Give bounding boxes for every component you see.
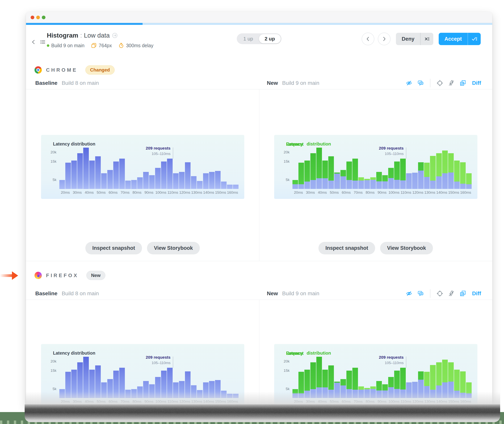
histogram-column — [179, 354, 184, 398]
histogram-bar — [89, 161, 95, 189]
diff-icon[interactable] — [460, 80, 466, 86]
toggle-2up[interactable]: 2 up — [259, 34, 281, 43]
x-tick-label: 120ms — [179, 190, 190, 195]
component-name: Histogram — [47, 32, 78, 39]
prev-change-button[interactable] — [362, 33, 374, 45]
back-icon[interactable] — [30, 39, 37, 45]
histogram-bar — [203, 173, 209, 189]
diff-label[interactable]: Diff — [472, 80, 481, 86]
chrome-icon — [35, 66, 42, 74]
focus-icon[interactable] — [436, 290, 443, 297]
story-list-icon[interactable] — [39, 39, 46, 45]
highlight-off-icon[interactable] — [448, 80, 455, 86]
accept-button[interactable]: Accept — [439, 33, 481, 45]
diff-icon[interactable] — [460, 290, 466, 297]
open-story-icon[interactable] — [111, 32, 118, 39]
y-tick-label: 20k — [41, 150, 56, 154]
x-tick-label: 90ms — [378, 190, 387, 195]
next-change-button[interactable] — [378, 33, 391, 45]
inspect-snapshot-button[interactable]: Inspect snapshot — [319, 242, 375, 254]
x-tick-label: 130ms — [424, 190, 435, 195]
highlight-off-icon[interactable] — [448, 290, 455, 297]
histogram-bar — [161, 162, 167, 189]
diff-label[interactable]: Diff — [472, 290, 481, 297]
view-storybook-button[interactable]: View Storybook — [147, 242, 200, 254]
x-tick-label: 160ms — [227, 190, 238, 195]
histogram-column — [376, 145, 382, 189]
histogram-column — [161, 354, 167, 398]
inspect-snapshot-button[interactable]: Inspect snapshot — [85, 242, 142, 254]
histogram-column — [370, 354, 376, 398]
histogram-column — [71, 354, 77, 398]
annotation-label: 209 requests — [146, 146, 171, 150]
focus-icon[interactable] — [436, 80, 443, 86]
histogram-column — [227, 354, 233, 398]
histogram-column — [89, 145, 95, 189]
hide-baseline-icon[interactable] — [406, 290, 412, 297]
firefox-icon — [35, 272, 42, 279]
baseline-build: Build 8 on main — [62, 80, 99, 86]
histogram-column — [370, 145, 376, 189]
histogram-column — [149, 145, 155, 189]
histogram-column — [203, 354, 209, 398]
histogram-column — [65, 354, 71, 398]
y-tick-label: 20k — [274, 150, 289, 154]
delay-setting: 300ms delay — [118, 43, 153, 48]
x-tick-label: 80ms — [366, 190, 375, 195]
histogram-column — [143, 145, 149, 189]
histogram-column — [77, 354, 83, 398]
histogram-column — [173, 354, 178, 398]
histogram-column — [448, 354, 454, 398]
diff-blue-bar — [364, 180, 370, 189]
page-title: Histogram : Low data Build 9 on main 764… — [47, 32, 153, 48]
diff-blue-bar — [412, 173, 418, 189]
histogram-column — [221, 354, 227, 398]
x-tick-label: 30ms — [73, 190, 82, 195]
x-tick-label: 90ms — [144, 190, 153, 195]
page: Histogram : Low data Build 9 on main 764… — [0, 0, 504, 424]
histogram-bar — [107, 170, 113, 189]
y-tick-label: 15k — [274, 368, 289, 373]
minimize-window-icon[interactable] — [36, 16, 40, 19]
histogram-column — [346, 145, 352, 189]
close-window-icon[interactable] — [31, 16, 34, 19]
histogram-column — [424, 145, 430, 189]
histogram-column — [352, 145, 358, 189]
comments-icon[interactable] — [417, 80, 424, 86]
histogram-column — [424, 354, 430, 398]
x-tick-label: 120ms — [412, 190, 423, 195]
histogram-column — [59, 354, 65, 398]
deny-button[interactable]: Deny — [396, 33, 433, 45]
accept-batch-icon[interactable] — [467, 33, 481, 45]
new-build: Build 9 on main — [282, 80, 320, 86]
diff-blue-bar — [436, 176, 442, 189]
laptop-edge — [25, 404, 500, 422]
histogram-column — [119, 354, 125, 398]
histogram-bar — [95, 156, 101, 189]
x-tick-label: 40ms — [318, 190, 327, 195]
view-storybook-button[interactable]: View Storybook — [380, 242, 433, 254]
histogram-column — [394, 145, 400, 189]
diff-blue-bar — [334, 174, 340, 189]
histogram-column — [155, 145, 161, 189]
plot-area: 209 requests105–110ms — [292, 354, 472, 398]
histogram-column — [65, 145, 71, 189]
x-tick-label: 110ms — [400, 190, 411, 195]
diff-blue-bar — [460, 184, 466, 189]
hide-baseline-icon[interactable] — [406, 80, 412, 86]
build-ok-icon — [47, 44, 49, 47]
zoom-window-icon[interactable] — [42, 16, 45, 19]
viewport-icon — [91, 43, 97, 48]
histogram-column — [95, 354, 101, 398]
y-tick-label: 15k — [41, 368, 56, 373]
diff-blue-bar — [418, 171, 424, 189]
deny-batch-icon[interactable] — [420, 33, 433, 45]
browser-name: CHROME — [46, 67, 78, 73]
histogram-column — [442, 354, 448, 398]
browser-row-chrome: CHROME Changed — [26, 63, 492, 77]
comments-icon[interactable] — [417, 290, 424, 297]
toggle-1up[interactable]: 1 up — [238, 34, 259, 43]
histogram-column — [119, 145, 125, 189]
diff-blue-bar — [454, 181, 460, 189]
histogram-bar — [197, 181, 203, 189]
